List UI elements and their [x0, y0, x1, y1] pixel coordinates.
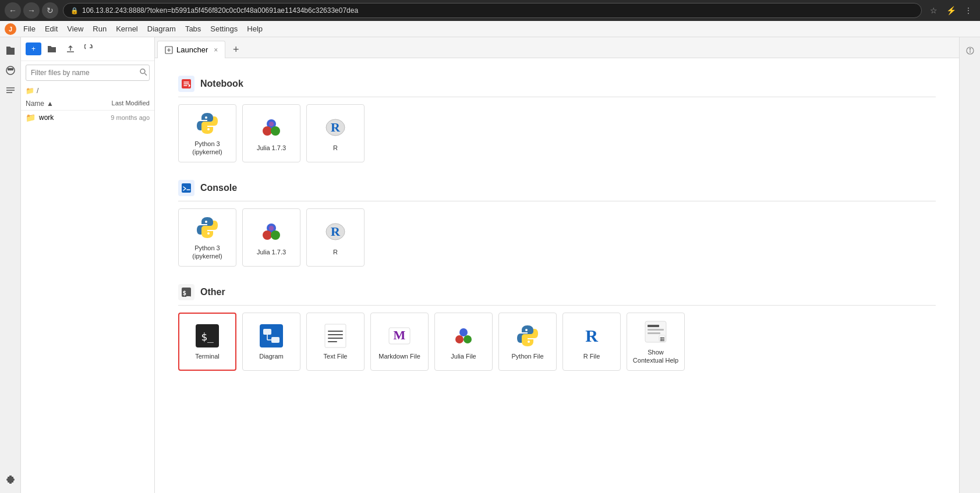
forward-button[interactable]: → [23, 2, 40, 19]
contextual-help-label: ShowContextual Help [633, 348, 678, 365]
diagram-label: Diagram [259, 352, 284, 360]
textfile-label: Text File [324, 352, 348, 360]
refresh-button[interactable]: ↻ [42, 2, 58, 19]
file-name: work [39, 114, 86, 122]
julia-notebook-card[interactable]: Julia 1.7.3 [242, 104, 300, 162]
python3-notebook-card[interactable]: Python 3(ipykernel) [178, 104, 236, 162]
contextual-help-card[interactable]: ▦ ShowContextual Help [627, 313, 685, 371]
browser-actions: ☆ ⚡ ⋮ [926, 3, 975, 17]
other-section-header: $_ Other [178, 284, 936, 306]
file-panel: + + [21, 37, 155, 493]
diagram-card[interactable]: Diagram [242, 313, 300, 371]
markdown-label: Markdown File [378, 352, 420, 360]
menu-icon[interactable]: ⋮ [961, 3, 975, 17]
tab-close-icon[interactable]: × [214, 46, 218, 54]
right-sidebar [959, 37, 980, 493]
menu-settings[interactable]: Settings [206, 21, 242, 37]
svg-point-50 [464, 335, 472, 343]
name-column-header[interactable]: Name ▲ [26, 100, 86, 108]
new-button[interactable]: + + [26, 42, 41, 55]
extensions-sidebar-icon[interactable] [2, 471, 19, 488]
terminal-card[interactable]: $_ Terminal [178, 313, 236, 371]
search-submit-button[interactable] [139, 68, 147, 78]
python-file-card[interactable]: Python File [498, 313, 557, 371]
textfile-card[interactable]: Text File [306, 313, 365, 371]
svg-point-29 [273, 233, 278, 237]
upload-button[interactable] [62, 41, 79, 57]
r-file-icon: R [579, 323, 604, 349]
path-text: / [37, 87, 38, 95]
r-console-card[interactable]: R R [306, 208, 365, 267]
r-notebook-card[interactable]: R R [306, 104, 365, 162]
notebook-section-icon [178, 76, 194, 92]
notebook-section-header: Notebook [178, 76, 936, 97]
running-icon[interactable] [2, 62, 19, 79]
svg-rect-54 [648, 329, 664, 331]
console-section: Console Python 3(ipykernel) [178, 180, 936, 267]
julia-file-card[interactable]: Julia File [434, 313, 493, 371]
python3-notebook-icon [194, 111, 220, 136]
notebook-section-title: Notebook [200, 79, 243, 89]
sidebar-icons [0, 37, 21, 493]
python3-console-card[interactable]: Python 3(ipykernel) [178, 208, 236, 267]
search-input[interactable] [26, 65, 150, 81]
svg-point-5 [11, 69, 13, 70]
file-table-header: Name ▲ Last Modified [21, 97, 154, 111]
menu-kernel[interactable]: Kernel [111, 21, 143, 37]
menu-run[interactable]: Run [88, 21, 111, 37]
svg-text:$_: $_ [182, 289, 190, 297]
modified-column-header[interactable]: Last Modified [86, 100, 150, 108]
python3-notebook-label: Python 3(ipykernel) [192, 140, 222, 157]
menu-view[interactable]: View [62, 21, 88, 37]
svg-point-9 [140, 69, 145, 74]
notebook-section: Notebook Python 3(ipykernel) [178, 76, 936, 162]
search-box [26, 65, 150, 81]
menu-tabs[interactable]: Tabs [181, 21, 206, 37]
property-inspector-button[interactable] [961, 42, 979, 59]
add-tab-button[interactable]: + [228, 41, 244, 58]
svg-point-49 [455, 335, 464, 343]
r-file-card[interactable]: R R File [562, 313, 621, 371]
svg-text:R: R [331, 120, 341, 134]
extensions-icon[interactable]: ⚡ [944, 3, 958, 17]
python3-console-label: Python 3(ipykernel) [192, 244, 222, 261]
svg-point-28 [265, 233, 270, 237]
menu-diagram[interactable]: Diagram [143, 21, 181, 37]
python3-console-icon [194, 215, 220, 240]
markdown-card[interactable]: M Markdown File [370, 313, 429, 371]
nav-buttons: ← → ↻ [5, 2, 58, 19]
launcher-tab[interactable]: Launcher × [157, 41, 225, 58]
console-section-title: Console [200, 183, 237, 193]
other-section: $_ Other $_ Terminal [178, 284, 936, 371]
file-row[interactable]: 📁 work 9 months ago [21, 111, 154, 125]
menu-edit[interactable]: Edit [40, 21, 62, 37]
svg-text:▦: ▦ [660, 336, 665, 342]
julia-notebook-label: Julia 1.7.3 [257, 144, 286, 152]
bookmark-icon[interactable]: ☆ [926, 3, 940, 17]
menu-help[interactable]: Help [242, 21, 267, 37]
other-section-icon: $_ [178, 284, 194, 300]
julia-file-label: Julia File [451, 352, 476, 360]
svg-line-10 [145, 73, 147, 76]
file-panel-toolbar: + + [21, 37, 154, 61]
terminal-icon: $_ [194, 323, 220, 349]
menu-file[interactable]: File [19, 21, 40, 37]
tab-bar: Launcher × + [155, 37, 959, 58]
open-folder-button[interactable] [44, 41, 60, 57]
svg-text:R: R [585, 326, 598, 345]
svg-text:M: M [394, 328, 406, 342]
svg-point-60 [970, 48, 971, 49]
svg-text:$_: $_ [201, 331, 214, 343]
back-button[interactable]: ← [5, 2, 21, 19]
address-bar[interactable]: 🔒 106.13.82.243:8888/?token=b5991a5f456f… [63, 3, 922, 18]
terminal-label: Terminal [195, 352, 220, 360]
diagram-icon [259, 323, 284, 349]
files-icon[interactable] [2, 42, 19, 59]
svg-rect-37 [263, 329, 271, 335]
launcher-content: Notebook Python 3(ipykernel) [155, 58, 959, 493]
r-console-label: R [333, 248, 338, 256]
console-cards: Python 3(ipykernel) [178, 208, 936, 267]
refresh-files-button[interactable] [81, 41, 97, 57]
commands-icon[interactable] [2, 81, 19, 99]
julia-console-card[interactable]: Julia 1.7.3 [242, 208, 300, 267]
